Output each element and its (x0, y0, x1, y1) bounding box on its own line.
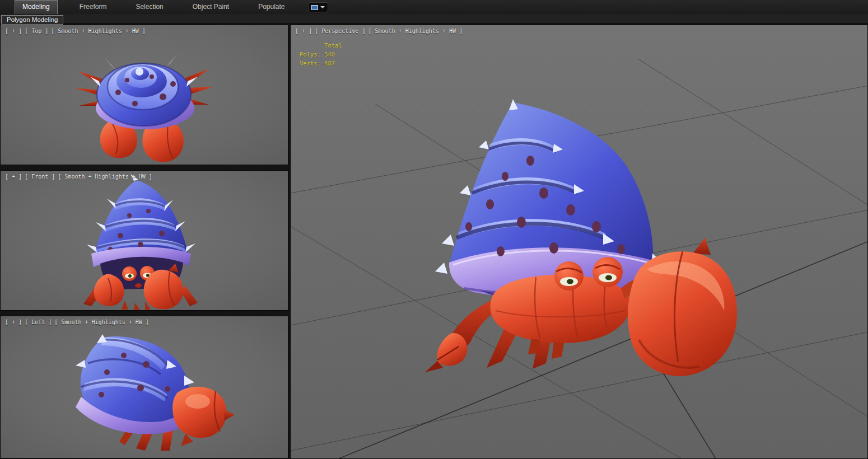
viewport-menu-plus[interactable]: [ + ] (295, 28, 312, 34)
ribbon-tab-bar: Modeling Freeform Selection Object Paint… (0, 0, 868, 15)
ribbon-tab-freeform[interactable]: Freeform (72, 0, 114, 14)
stats-verts-label: Verts: (300, 59, 324, 68)
viewport-menu-shading[interactable]: [ Smooth + Highlights + HW ] (368, 28, 463, 34)
ribbon-panel-icon (311, 5, 318, 10)
viewport-front-label: [ + ] [ Front ] [ Smooth + Highlights + … (5, 174, 152, 180)
viewport-menu-view[interactable]: [ Front ] (25, 174, 55, 180)
viewport-left-label: [ + ] [ Left ] [ Smooth + Highlights + H… (5, 319, 149, 325)
hermit-crab-model-front[interactable] (83, 174, 198, 311)
viewport-top-label: [ + ] [ Top ] [ Smooth + Highlights + HW… (5, 28, 146, 34)
hermit-crab-model-perspective[interactable] (425, 99, 737, 376)
viewport-menu-shading[interactable]: [ Smooth + Highlights + HW ] (54, 319, 149, 325)
stats-total-label: Total (324, 41, 342, 50)
polygon-modeling-panel-label[interactable]: Polygon Modeling (1, 15, 63, 25)
viewport-menu-plus[interactable]: [ + ] (5, 319, 22, 325)
viewport-menu-plus[interactable]: [ + ] (5, 174, 22, 180)
ribbon-panel-bar: Polygon Modeling (0, 14, 868, 24)
stats-verts-value: 487 (324, 59, 335, 68)
ribbon-tab-object-paint[interactable]: Object Paint (185, 0, 236, 14)
viewport-menu-shading[interactable]: [ Smooth + Highlights + HW ] (51, 28, 146, 34)
ribbon-tabs: Modeling Freeform Selection Object Paint… (0, 0, 292, 14)
hermit-crab-model-top[interactable] (74, 54, 213, 162)
viewport-top[interactable]: [ + ] [ Top ] [ Smooth + Highlights + HW… (0, 25, 288, 165)
chevron-down-icon (320, 6, 325, 8)
stats-polys-value: 540 (324, 50, 335, 59)
viewport-menu-shading[interactable]: [ Smooth + Highlights + HW ] (58, 174, 152, 180)
viewport-front-canvas (1, 171, 288, 311)
viewport-top-canvas (1, 25, 288, 165)
viewport-menu-view[interactable]: [ Left ] (25, 319, 52, 325)
viewport-perspective-label: [ + ] [ Perspective ] [ Smooth + Highlig… (295, 28, 463, 34)
viewport-menu-view[interactable]: [ Top ] (25, 28, 48, 34)
hermit-crab-model-left[interactable] (76, 334, 235, 451)
viewport-perspective-canvas (291, 25, 868, 459)
ribbon-tab-selection[interactable]: Selection (128, 0, 170, 14)
3dsmax-window: Modeling Freeform Selection Object Paint… (0, 0, 868, 459)
viewport-front[interactable]: [ + ] [ Front ] [ Smooth + Highlights + … (0, 170, 288, 311)
stats-polys-label: Polys: (300, 50, 324, 59)
ribbon-tab-modeling[interactable]: Modeling (15, 0, 58, 14)
viewport-left-canvas (1, 316, 288, 458)
poly-statistics: Total Polys:540 Verts:487 (300, 41, 342, 68)
ribbon-tab-populate[interactable]: Populate (251, 0, 292, 14)
viewport-menu-plus[interactable]: [ + ] (5, 28, 22, 34)
viewport-perspective[interactable]: [ + ] [ Perspective ] [ Smooth + Highlig… (290, 25, 868, 459)
viewport-left[interactable]: [ + ] [ Left ] [ Smooth + Highlights + H… (0, 316, 288, 458)
ribbon-display-options-button[interactable] (308, 2, 328, 12)
viewport-menu-view[interactable]: [ Perspective ] (315, 28, 365, 34)
